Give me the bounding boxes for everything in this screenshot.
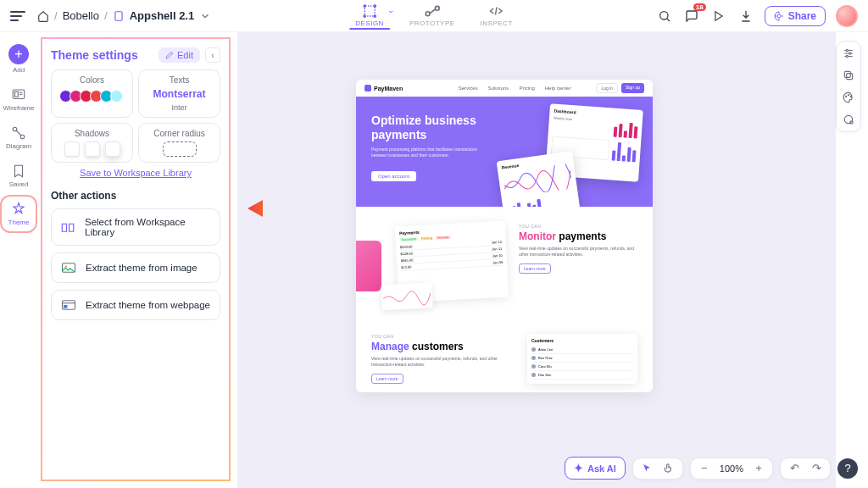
svg-rect-27: [847, 74, 853, 80]
history-controls: ↶ ↷: [780, 458, 831, 480]
action-extract-image[interactable]: Extract theme from image: [51, 252, 220, 283]
colors-tile[interactable]: Colors: [51, 69, 133, 118]
preview-monitor-section: Payments SucceededPendingDeclined $320.0…: [356, 207, 653, 317]
action-extract-webpage[interactable]: Extract theme from webpage: [51, 290, 220, 320]
svg-point-4: [364, 15, 365, 17]
settings-icon[interactable]: [842, 47, 855, 60]
bottom-toolbar: ✦Ask AI − 100% + ↶ ↷ ?: [565, 457, 858, 480]
chevron-down-icon[interactable]: [199, 10, 211, 22]
share-button[interactable]: Share: [765, 6, 826, 26]
svg-point-29: [848, 95, 849, 96]
svg-point-7: [435, 6, 439, 10]
rail-saved[interactable]: Saved: [2, 158, 36, 193]
home-icon[interactable]: [37, 10, 49, 22]
color-swatches: [62, 88, 123, 104]
svg-rect-19: [64, 305, 68, 308]
image-icon: [60, 261, 77, 274]
rail-theme[interactable]: Theme: [2, 197, 36, 231]
svg-rect-0: [115, 11, 122, 20]
action-select-library[interactable]: Select from Workspace Library: [51, 208, 220, 246]
svg-point-5: [374, 15, 376, 17]
comments-icon[interactable]: 18: [683, 8, 700, 25]
collapse-icon[interactable]: ‹: [205, 47, 220, 63]
svg-rect-1: [364, 6, 375, 16]
breadcrumb: / Bobello / Appshell 2.1: [37, 9, 211, 22]
artboard-preview[interactable]: PayMaven Services Solutions Pricing Help…: [356, 80, 653, 392]
palette-icon[interactable]: [842, 91, 855, 104]
other-actions-title: Other actions: [51, 190, 220, 202]
canvas[interactable]: PayMaven Services Solutions Pricing Help…: [237, 32, 836, 488]
svg-rect-26: [844, 71, 850, 77]
svg-point-2: [364, 5, 365, 7]
rail-diagram[interactable]: Diagram: [2, 120, 36, 155]
svg-point-25: [846, 55, 848, 57]
svg-point-30: [850, 96, 851, 97]
ai-icon[interactable]: [842, 113, 855, 126]
redo-icon[interactable]: ↷: [810, 462, 823, 475]
save-to-library-link[interactable]: Save to Workspace Library: [51, 168, 220, 178]
play-icon[interactable]: [710, 8, 727, 25]
preview-header: PayMaven Services Solutions Pricing Help…: [356, 80, 653, 97]
svg-point-24: [849, 53, 851, 54]
hand-icon[interactable]: [662, 462, 676, 475]
download-icon[interactable]: [737, 8, 754, 25]
top-right-actions: 18 Share: [656, 5, 858, 27]
notif-badge: 18: [693, 3, 706, 11]
preview-logo: PayMaven: [364, 85, 403, 92]
undo-icon[interactable]: ↶: [787, 462, 801, 475]
mode-switcher: DESIGN PROTOTYPE INSPECT: [355, 3, 513, 27]
corner-tile[interactable]: Corner radius: [138, 123, 220, 163]
panel-title: Theme settings: [51, 48, 138, 62]
preview-chart-mock: Revenue: [497, 151, 581, 207]
cursor-tools: [632, 458, 683, 480]
pointer-icon[interactable]: [640, 462, 654, 475]
menu-icon[interactable]: [10, 11, 25, 21]
file-icon: [113, 10, 125, 22]
top-bar: / Bobello / Appshell 2.1 DESIGN PROTOTYP…: [0, 0, 868, 32]
mode-prototype[interactable]: PROTOTYPE: [409, 3, 455, 27]
mode-design[interactable]: DESIGN: [355, 3, 384, 27]
svg-point-28: [846, 96, 847, 97]
svg-point-8: [659, 11, 667, 19]
svg-rect-10: [15, 92, 19, 97]
zoom-controls: − 100% +: [690, 458, 773, 480]
library-icon: [60, 220, 76, 234]
ask-ai-button[interactable]: ✦Ask AI: [565, 457, 626, 480]
search-icon[interactable]: [656, 8, 673, 25]
webpage-icon: [60, 298, 77, 312]
edit-button[interactable]: Edit: [159, 47, 200, 63]
texts-tile[interactable]: Texts Montserrat Inter: [138, 69, 220, 118]
breadcrumb-workspace[interactable]: Bobello: [63, 9, 99, 22]
svg-point-31: [844, 115, 852, 123]
preview-hero: Optimize business payments Payment proce…: [356, 97, 653, 207]
shadows-tile[interactable]: Shadows: [51, 123, 133, 163]
theme-panel: Theme settings Edit ‹ Colors Texts Monts…: [41, 37, 231, 481]
preview-manage-section: YOU CAN Manage customers View real-time …: [356, 317, 653, 392]
right-rail: [836, 41, 861, 132]
svg-point-3: [374, 5, 376, 7]
chevron-down-icon[interactable]: [387, 8, 394, 15]
zoom-level[interactable]: 100%: [720, 463, 743, 474]
breadcrumb-file[interactable]: Appshell 2.1: [130, 9, 195, 22]
svg-point-23: [846, 49, 848, 51]
left-rail: +Add Wireframe Diagram Saved Theme: [0, 32, 37, 488]
mode-inspect[interactable]: INSPECT: [481, 3, 513, 27]
zoom-out-button[interactable]: −: [698, 462, 711, 475]
zoom-in-button[interactable]: +: [752, 462, 765, 475]
layers-icon[interactable]: [842, 69, 855, 82]
svg-point-6: [426, 12, 430, 16]
avatar[interactable]: [836, 5, 858, 27]
help-button[interactable]: ?: [837, 458, 858, 479]
rail-add[interactable]: +Add: [2, 39, 36, 79]
rail-wireframe[interactable]: Wireframe: [2, 82, 36, 117]
